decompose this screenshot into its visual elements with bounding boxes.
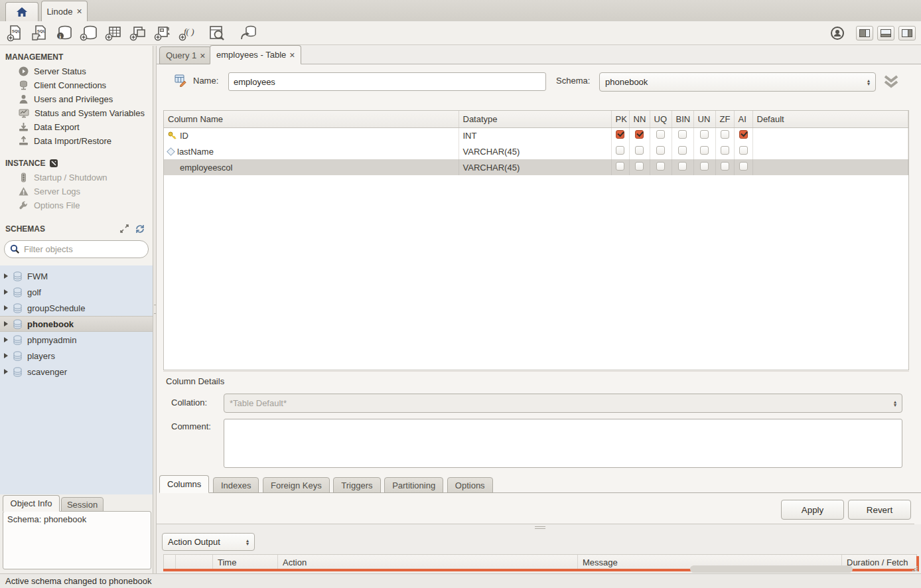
schema-item-phpmyadmin[interactable]: phpmyadmin (0, 332, 153, 348)
sidebar-item-server-logs[interactable]: Server Logs (0, 184, 153, 198)
col-header-datatype[interactable]: Datatype (459, 111, 611, 127)
expander-arrow-icon[interactable] (4, 321, 8, 327)
checkbox-zf[interactable] (721, 146, 729, 155)
checkbox-ai[interactable] (739, 162, 748, 171)
col-header-zf[interactable]: ZF (715, 111, 734, 127)
tab-session[interactable]: Session (61, 497, 104, 512)
col-header-column-name[interactable]: Column Name (164, 111, 459, 127)
sidebar-item-users-privileges[interactable]: Users and Privileges (0, 92, 153, 106)
checkbox-bin[interactable] (678, 162, 687, 171)
refresh-schemas-icon[interactable] (135, 224, 145, 234)
checkbox-un[interactable] (700, 146, 709, 155)
checkbox-bin[interactable] (678, 146, 687, 155)
col-header-pk[interactable]: PK (611, 111, 629, 127)
tab-triggers[interactable]: Triggers (333, 477, 380, 493)
checkbox-ai[interactable] (739, 146, 748, 155)
resize-grip[interactable] (912, 565, 918, 572)
col-header-nn[interactable]: NN (629, 111, 650, 127)
close-icon[interactable]: × (289, 50, 295, 60)
expander-arrow-icon[interactable] (4, 289, 8, 295)
checkbox-uq[interactable] (656, 130, 665, 139)
comment-textarea[interactable] (224, 419, 902, 468)
inspect-database-icon[interactable]: i (54, 24, 74, 42)
apply-button[interactable]: Apply (781, 500, 844, 520)
schema-select[interactable]: phonebook ▴▾ (599, 72, 876, 92)
revert-button[interactable]: Revert (848, 500, 911, 520)
sidebar-item-status-variables[interactable]: Status and System Variables (0, 106, 153, 120)
expander-arrow-icon[interactable] (4, 337, 8, 342)
table-row[interactable]: employeescol VARCHAR(45) (164, 159, 908, 175)
checkbox-nn[interactable] (635, 162, 644, 171)
toggle-left-panel-icon[interactable] (856, 26, 873, 40)
sidebar-item-client-connections[interactable]: Client Connections (0, 78, 153, 92)
checkbox-pk[interactable] (616, 162, 624, 171)
checkbox-pk[interactable] (616, 130, 624, 139)
table-name-input[interactable] (228, 72, 546, 91)
checkbox-uq[interactable] (656, 146, 665, 155)
home-tab[interactable] (5, 2, 38, 21)
sidebar-item-server-status[interactable]: Server Status (0, 64, 153, 78)
toggle-right-panel-icon[interactable] (898, 26, 916, 40)
new-query-tab-icon[interactable]: SQL (5, 24, 25, 42)
checkbox-bin[interactable] (678, 130, 687, 139)
tab-options[interactable]: Options (447, 477, 493, 493)
horizontal-scrollbar[interactable] (690, 565, 853, 573)
tab-foreign-keys[interactable]: Foreign Keys (263, 477, 330, 493)
tab-partitioning[interactable]: Partitioning (384, 477, 443, 493)
expander-arrow-icon[interactable] (4, 305, 8, 311)
create-table-icon[interactable] (104, 24, 123, 42)
create-view-icon[interactable] (128, 24, 148, 42)
tab-employees-table[interactable]: employees - Table × (210, 45, 301, 64)
checkbox-uq[interactable] (656, 162, 665, 171)
expand-panel-icon[interactable] (120, 224, 129, 234)
sidebar-item-startup-shutdown[interactable]: Startup / Shutdown (0, 171, 153, 184)
search-data-icon[interactable] (207, 24, 227, 42)
toggle-bottom-panel-icon[interactable] (877, 26, 894, 40)
close-icon[interactable]: × (200, 51, 205, 60)
create-procedure-icon[interactable] (153, 24, 173, 42)
col-header-bin[interactable]: BIN (672, 111, 693, 127)
col-header-ai[interactable]: AI (734, 111, 752, 127)
expander-arrow-icon[interactable] (4, 369, 8, 374)
tab-columns[interactable]: Columns (159, 475, 209, 493)
checkbox-nn[interactable] (635, 130, 644, 139)
schema-item-players[interactable]: players (0, 348, 153, 364)
sidebar-item-data-export[interactable]: Data Export (0, 120, 153, 134)
tab-indexes[interactable]: Indexes (213, 477, 259, 493)
expander-arrow-icon[interactable] (4, 353, 8, 358)
reconnect-db-icon[interactable] (238, 24, 258, 42)
schema-item-fwm[interactable]: FWM (0, 268, 153, 284)
close-icon[interactable]: × (76, 7, 82, 16)
schema-item-golf[interactable]: golf (0, 284, 153, 300)
schema-item-phonebook[interactable]: phonebook (0, 316, 153, 332)
output-splitter[interactable] (157, 524, 921, 531)
table-row[interactable]: lastName VARCHAR(45) (164, 143, 908, 159)
checkbox-zf[interactable] (721, 130, 729, 139)
checkbox-ai[interactable] (739, 130, 748, 139)
expand-header-chevron-icon[interactable] (883, 74, 900, 90)
col-header-un[interactable]: UN (693, 111, 715, 127)
output-col-action[interactable]: Action (278, 555, 578, 570)
table-row[interactable]: ID INT (164, 127, 908, 143)
tab-query-1[interactable]: Query 1 × (159, 46, 212, 64)
tab-object-info[interactable]: Object Info (3, 495, 60, 512)
checkbox-un[interactable] (700, 130, 709, 139)
output-col-duration[interactable]: Duration / Fetch (842, 555, 916, 570)
sidebar-item-options-file[interactable]: Options File (0, 198, 153, 212)
output-col-time[interactable]: Time (213, 555, 278, 570)
create-schema-icon[interactable] (79, 24, 99, 42)
schema-item-scavenger[interactable]: scavenger (0, 364, 153, 380)
open-sql-script-icon[interactable]: SQL (30, 24, 50, 42)
schema-item-groupschedule[interactable]: groupSchedule (0, 300, 153, 316)
output-selector[interactable]: Action Output ▴▾ (162, 533, 255, 551)
expander-arrow-icon[interactable] (4, 273, 8, 279)
create-function-icon[interactable]: f( ) (177, 24, 197, 42)
checkbox-zf[interactable] (721, 162, 729, 171)
checkbox-un[interactable] (700, 162, 709, 171)
checkbox-pk[interactable] (616, 146, 624, 155)
sidebar-item-data-import[interactable]: Data Import/Restore (0, 134, 153, 148)
checkbox-nn[interactable] (635, 146, 644, 155)
col-header-uq[interactable]: UQ (650, 111, 672, 127)
col-header-default[interactable]: Default (752, 111, 908, 127)
filter-objects-input[interactable] (24, 244, 143, 254)
